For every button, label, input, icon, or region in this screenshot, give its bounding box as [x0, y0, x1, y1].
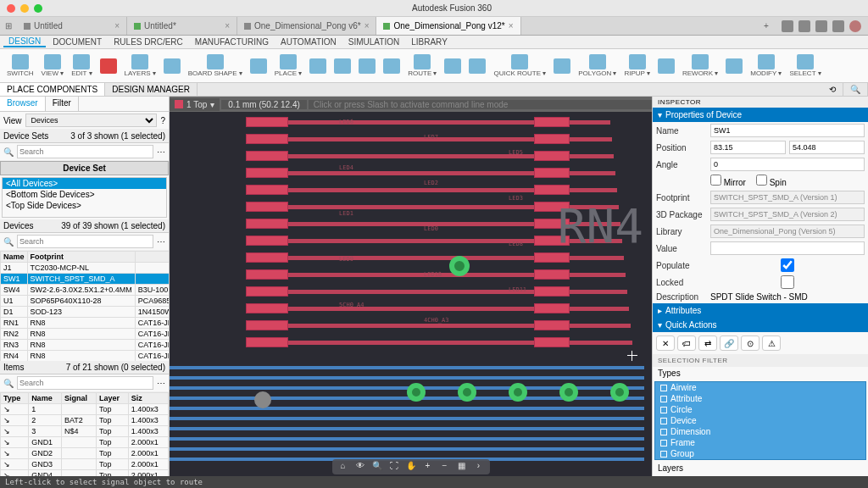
new-tab-button[interactable]: +	[758, 17, 775, 35]
library-field[interactable]	[710, 225, 865, 238]
eye-icon[interactable]: 👁	[354, 461, 366, 473]
menu-automation[interactable]: AUTOMATION	[275, 37, 342, 47]
locate-icon[interactable]: ⊙	[741, 336, 760, 351]
menu-manufacturing[interactable]: MANUFACTURING	[190, 37, 274, 47]
table-row[interactable]: ↘GND4Top2.000x1	[1, 470, 169, 477]
deviceset-item[interactable]: <Top Side Devices>	[3, 200, 166, 211]
type-item[interactable]: Dimension	[655, 426, 865, 437]
table-row[interactable]: SW4SW2-2.6-3.0X2.5X1.2+0.4MMB3U-100	[1, 285, 170, 296]
document-tab[interactable]: Untitled*×	[127, 17, 237, 35]
ribbon-button[interactable]: REWORK ▾	[679, 53, 721, 78]
menu-library[interactable]: LIBRARY	[406, 37, 453, 47]
ribbon-button[interactable]: SELECT ▾	[786, 53, 824, 78]
type-item[interactable]: Device	[655, 415, 865, 426]
deviceset-item[interactable]: <Bottom Side Devices>	[3, 189, 166, 200]
ribbon-button[interactable]: QUICK ROUTE ▾	[490, 53, 549, 78]
position-x-field[interactable]	[710, 141, 786, 154]
table-row[interactable]: D1SOD-1231N4150W	[1, 307, 170, 318]
items-table[interactable]: TypeNameSignalLayerSiz↘1Top1.400x3↘2BAT2…	[0, 392, 169, 476]
warning-icon[interactable]: ⚠	[762, 336, 781, 351]
ribbon-button[interactable]: PLACE ▾	[271, 53, 305, 78]
type-item[interactable]: Airwire	[655, 382, 865, 393]
help-icon[interactable]	[832, 20, 844, 32]
document-tab[interactable]: One_Dimensional_Pong v12*×	[376, 17, 520, 35]
devices-table[interactable]: NameFootprintJ1TC2030-MCP-NLSW1SWITCH_SP…	[0, 251, 169, 361]
ribbon-button[interactable]	[247, 58, 270, 75]
table-row[interactable]: ↘GND3Top2.000x1	[1, 459, 169, 470]
table-row[interactable]: RN3RN8CAT16-JE	[1, 340, 170, 351]
ribbon-button[interactable]	[654, 58, 678, 75]
zoomin-icon[interactable]: +	[422, 461, 434, 473]
table-row[interactable]: ↘2BAT2Top1.400x3	[1, 415, 169, 426]
avatar[interactable]	[849, 20, 861, 32]
table-row[interactable]: J1TC2030-MCP-NL	[1, 263, 170, 274]
ribbon-button[interactable]	[380, 58, 403, 75]
deviceset-search[interactable]	[17, 145, 153, 158]
table-row[interactable]: RN1RN8CAT16-JE	[1, 318, 170, 329]
view-select[interactable]: Devices	[25, 114, 158, 127]
pan-icon[interactable]: ✋	[405, 461, 417, 473]
value-field[interactable]	[710, 241, 865, 255]
chevron-right-icon[interactable]: ›	[473, 461, 485, 473]
ribbon-button[interactable]: BOARD SHAPE ▾	[185, 53, 246, 78]
help-icon[interactable]: ?	[160, 116, 165, 125]
document-tab[interactable]: One_Dimensional_Pong v6*×	[237, 17, 376, 35]
ribbon-button[interactable]	[306, 58, 330, 75]
document-tab[interactable]: Untitled×	[17, 17, 127, 35]
table-row[interactable]: ↘1Top1.400x3	[1, 404, 169, 415]
type-item[interactable]: Attribute	[655, 393, 865, 404]
ribbon-button[interactable]: EDIT ▾	[68, 53, 95, 78]
items-search[interactable]	[17, 376, 153, 390]
tab-design-manager[interactable]: DESIGN MANAGER	[105, 83, 198, 96]
quickactions-header[interactable]: ▾Quick Actions	[653, 318, 868, 332]
layer-selector[interactable]: 1 Top▾	[170, 98, 220, 111]
menu-design[interactable]: DESIGN	[3, 36, 46, 47]
zoom-icon[interactable]: 🔍	[371, 461, 383, 473]
tab-place-components[interactable]: PLACE COMPONENTS	[0, 83, 105, 96]
menu-simulation[interactable]: SIMULATION	[343, 37, 404, 47]
table-row[interactable]: SW1SWITCH_SPST_SMD_A	[1, 274, 170, 285]
close-icon[interactable]	[7, 4, 15, 13]
ribbon-button[interactable]	[97, 58, 120, 75]
deviceset-item[interactable]: <All Devices>	[3, 178, 166, 189]
ribbon-button[interactable]: ROUTE ▾	[404, 53, 440, 78]
command-line[interactable]: Click or press Slash to activate command…	[309, 100, 652, 109]
view-toolbar[interactable]: ⌂ 👁 🔍 ⛶ ✋ + − ▦ ›	[332, 459, 490, 474]
grid-icon[interactable]: ▦	[456, 461, 468, 473]
type-item[interactable]: Group	[655, 448, 865, 459]
table-row[interactable]: RN4RN8CAT16-JE	[1, 351, 170, 362]
search-icon[interactable]: 🔍	[843, 83, 868, 96]
type-item[interactable]: Circle	[655, 404, 865, 415]
ribbon-button[interactable]	[441, 58, 465, 75]
more-icon[interactable]: ⋯	[157, 147, 165, 157]
locked-checkbox[interactable]	[710, 275, 865, 289]
ribbon-button[interactable]	[550, 58, 574, 75]
pcb-canvas[interactable]: 1 Top▾ 0.1 mm (50.2 12.4) Click or press…	[170, 97, 652, 476]
angle-field[interactable]	[710, 158, 865, 171]
ribbon-button[interactable]	[160, 58, 184, 75]
populate-checkbox[interactable]	[710, 258, 865, 272]
tab-browser[interactable]: Browser	[0, 97, 46, 111]
ribbon-button[interactable]: MODIFY ▾	[747, 53, 785, 78]
window-controls[interactable]	[7, 4, 42, 13]
ribbon-button[interactable]	[722, 58, 746, 75]
cloud-icon[interactable]	[815, 20, 827, 32]
extensions-icon[interactable]	[782, 20, 793, 32]
type-item[interactable]: Frame	[655, 437, 865, 448]
footprint-field[interactable]	[710, 191, 865, 204]
more-icon[interactable]: ⋯	[157, 379, 165, 388]
tag-icon[interactable]: 🏷	[677, 336, 696, 351]
attributes-header[interactable]: ▸Attributes	[653, 303, 868, 318]
minimize-icon[interactable]	[20, 4, 29, 13]
ribbon-button[interactable]: POLYGON ▾	[575, 53, 620, 78]
ribbon-button[interactable]	[331, 58, 354, 75]
menu-rules drc/erc[interactable]: RULES DRC/ERC	[108, 37, 188, 47]
ribbon-button[interactable]	[355, 58, 379, 75]
table-row[interactable]: ↘GND2Top2.000x1	[1, 448, 169, 459]
more-icon[interactable]: ⋯	[157, 237, 165, 247]
zoomout-icon[interactable]: −	[439, 461, 451, 473]
delete-icon[interactable]: ✕	[656, 336, 675, 351]
link-icon[interactable]: 🔗	[720, 336, 738, 351]
refresh-icon[interactable]: ⟲	[822, 83, 843, 96]
ribbon-button[interactable]: VIEW ▾	[38, 53, 68, 78]
